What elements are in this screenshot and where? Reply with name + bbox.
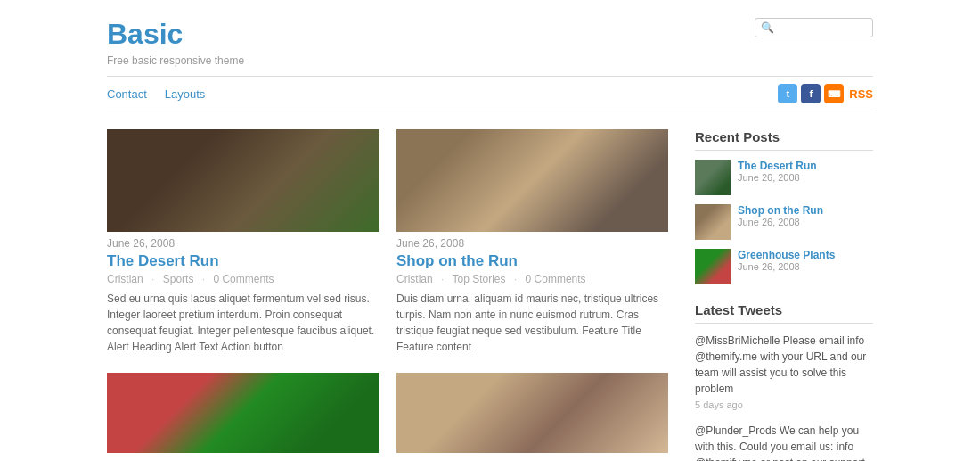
recent-post-thumb-2 — [695, 204, 731, 240]
post-author: Cristian — [396, 273, 433, 285]
posts-grid: June 26, 2008 The Desert Run Cristian · … — [107, 129, 668, 373]
recent-post-link-3[interactable]: Greenhouse Plants — [738, 249, 835, 261]
post-image-desert — [107, 129, 379, 232]
twitter-icon[interactable]: t — [778, 84, 797, 103]
rss-link[interactable]: RSS — [849, 87, 873, 101]
post-image-greenhouse — [107, 373, 379, 453]
social-icons: t f ⌨ RSS — [778, 84, 873, 103]
rss-icon[interactable]: ⌨ — [824, 84, 844, 103]
post-category: Top Stories — [453, 273, 506, 285]
tweet-item: @MissBriMichelle Please email info @them… — [695, 333, 873, 410]
search-icon: 🔍 — [761, 21, 774, 34]
sidebar: Recent Posts The Desert Run June 26, 200… — [695, 129, 873, 461]
tweet-text-1: @MissBriMichelle Please email info @them… — [695, 333, 873, 397]
recent-post-date-3: June 26, 2008 — [738, 261, 835, 272]
tweet-item: @Plunder_Prods We can help you with this… — [695, 423, 873, 461]
nav-layouts[interactable]: Layouts — [165, 87, 206, 101]
recent-post-date-2: June 26, 2008 — [738, 217, 823, 227]
recent-post-link-1[interactable]: The Desert Run — [738, 160, 817, 172]
post-excerpt: Sed eu urna quis lacus aliquet fermentum… — [107, 291, 379, 355]
nav-contact[interactable]: Contact — [107, 87, 147, 101]
recent-posts-title: Recent Posts — [695, 129, 873, 151]
post-category: Sports — [163, 273, 194, 285]
post-date: June 26, 2008 — [107, 237, 379, 250]
site-tagline: Free basic responsive theme — [107, 54, 244, 67]
recent-post-thumb-3 — [695, 249, 731, 284]
post-title-shop[interactable]: Shop on the Run — [396, 252, 668, 270]
recent-post-item: Greenhouse Plants June 26, 2008 — [695, 249, 873, 284]
main-layout: June 26, 2008 The Desert Run Cristian · … — [107, 129, 873, 461]
post-image-woman — [396, 373, 668, 453]
post-author: Cristian — [107, 273, 143, 285]
tweets-section: Latest Tweets @MissBriMichelle Please em… — [695, 302, 873, 461]
recent-post-link-2[interactable]: Shop on the Run — [738, 204, 823, 217]
tweet-time-1: 5 days ago — [695, 399, 873, 410]
site-title[interactable]: Basic — [107, 18, 183, 50]
recent-posts-section: Recent Posts The Desert Run June 26, 200… — [695, 129, 873, 284]
recent-post-thumb-1 — [695, 160, 731, 195]
facebook-icon[interactable]: f — [801, 84, 821, 103]
nav-links: Contact Layouts — [107, 87, 205, 101]
post-comments: 0 Comments — [526, 273, 586, 285]
bottom-posts-grid — [107, 373, 668, 461]
recent-post-date-1: June 26, 2008 — [738, 172, 817, 183]
post-meta: Cristian · Top Stories · 0 Comments — [396, 273, 668, 285]
post-item: June 26, 2008 Shop on the Run Cristian ·… — [396, 129, 668, 355]
tweet-text-2: @Plunder_Prods We can help you with this… — [695, 423, 873, 461]
recent-post-item: The Desert Run June 26, 2008 — [695, 160, 873, 195]
content-area: June 26, 2008 The Desert Run Cristian · … — [107, 129, 668, 461]
post-title-desert[interactable]: The Desert Run — [107, 252, 379, 270]
tweets-title: Latest Tweets — [695, 302, 873, 324]
search-input[interactable] — [778, 21, 867, 34]
post-date: June 26, 2008 — [396, 237, 668, 250]
post-meta: Cristian · Sports · 0 Comments — [107, 273, 379, 285]
post-comments: 0 Comments — [213, 273, 274, 285]
post-excerpt: Duis diam urna, aliquam id mauris nec, t… — [396, 291, 668, 355]
bottom-post-woman — [396, 373, 668, 453]
search-box: 🔍 — [755, 18, 873, 37]
post-image-shop — [396, 129, 668, 232]
recent-post-item: Shop on the Run June 26, 2008 — [695, 204, 873, 240]
nav-bar: Contact Layouts t f ⌨ RSS — [107, 76, 873, 111]
post-item: June 26, 2008 The Desert Run Cristian · … — [107, 129, 379, 355]
bottom-post-greenhouse — [107, 373, 379, 453]
